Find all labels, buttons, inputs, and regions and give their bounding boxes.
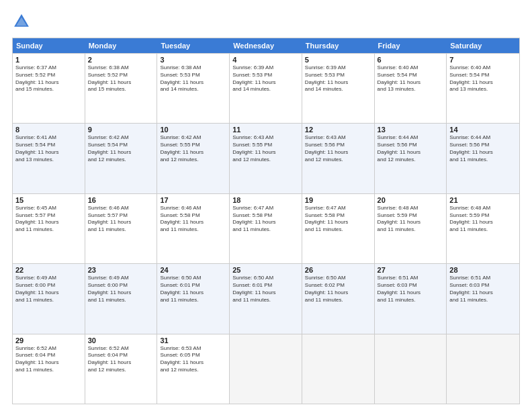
day-cell-26: 26Sunrise: 6:50 AM Sunset: 6:02 PM Dayli…	[302, 264, 375, 333]
day-info: Sunrise: 6:47 AM Sunset: 5:58 PM Dayligh…	[305, 205, 371, 234]
day-number: 18	[232, 196, 299, 204]
day-info: Sunrise: 6:44 AM Sunset: 5:56 PM Dayligh…	[378, 134, 444, 163]
day-info: Sunrise: 6:38 AM Sunset: 5:53 PM Dayligh…	[160, 64, 226, 93]
empty-cell	[302, 334, 375, 404]
day-number: 15	[15, 196, 82, 204]
day-cell-29: 29Sunrise: 6:52 AM Sunset: 6:04 PM Dayli…	[13, 334, 85, 404]
day-info: Sunrise: 6:39 AM Sunset: 5:53 PM Dayligh…	[232, 64, 299, 93]
day-cell-20: 20Sunrise: 6:48 AM Sunset: 5:59 PM Dayli…	[375, 194, 447, 263]
day-info: Sunrise: 6:39 AM Sunset: 5:53 PM Dayligh…	[305, 64, 371, 93]
day-cell-30: 30Sunrise: 6:52 AM Sunset: 6:04 PM Dayli…	[85, 334, 158, 404]
day-info: Sunrise: 6:45 AM Sunset: 5:57 PM Dayligh…	[15, 205, 82, 234]
day-cell-3: 3Sunrise: 6:38 AM Sunset: 5:53 PM Daylig…	[157, 54, 230, 123]
day-cell-22: 22Sunrise: 6:49 AM Sunset: 6:00 PM Dayli…	[13, 264, 85, 333]
day-cell-25: 25Sunrise: 6:50 AM Sunset: 6:01 PM Dayli…	[230, 264, 302, 333]
day-info: Sunrise: 6:46 AM Sunset: 5:58 PM Dayligh…	[160, 205, 226, 234]
day-cell-9: 9Sunrise: 6:42 AM Sunset: 5:54 PM Daylig…	[85, 124, 158, 193]
day-number: 26	[305, 266, 371, 274]
day-info: Sunrise: 6:38 AM Sunset: 5:52 PM Dayligh…	[88, 64, 154, 93]
day-info: Sunrise: 6:49 AM Sunset: 6:00 PM Dayligh…	[88, 275, 154, 304]
day-number: 12	[305, 126, 371, 134]
day-info: Sunrise: 6:44 AM Sunset: 5:56 PM Dayligh…	[449, 134, 517, 163]
empty-cell	[447, 334, 519, 404]
day-number: 8	[15, 126, 82, 134]
day-number: 14	[449, 126, 517, 134]
day-number: 10	[160, 126, 226, 134]
day-cell-11: 11Sunrise: 6:43 AM Sunset: 5:55 PM Dayli…	[230, 124, 302, 193]
day-cell-24: 24Sunrise: 6:50 AM Sunset: 6:01 PM Dayli…	[157, 264, 230, 333]
day-number: 31	[160, 336, 226, 345]
day-number: 22	[15, 266, 82, 274]
header-day-tuesday: Tuesday	[157, 38, 230, 53]
day-number: 7	[449, 56, 517, 64]
calendar-row-2: 8Sunrise: 6:41 AM Sunset: 5:54 PM Daylig…	[13, 123, 519, 193]
day-info: Sunrise: 6:52 AM Sunset: 6:04 PM Dayligh…	[15, 345, 82, 374]
day-info: Sunrise: 6:37 AM Sunset: 5:52 PM Dayligh…	[15, 64, 82, 93]
day-number: 19	[305, 196, 371, 204]
day-info: Sunrise: 6:52 AM Sunset: 6:04 PM Dayligh…	[88, 345, 154, 374]
day-cell-12: 12Sunrise: 6:43 AM Sunset: 5:56 PM Dayli…	[302, 124, 375, 193]
day-info: Sunrise: 6:50 AM Sunset: 6:01 PM Dayligh…	[232, 275, 299, 304]
header-day-friday: Friday	[375, 38, 447, 53]
day-cell-17: 17Sunrise: 6:46 AM Sunset: 5:58 PM Dayli…	[157, 194, 230, 263]
calendar-row-5: 29Sunrise: 6:52 AM Sunset: 6:04 PM Dayli…	[13, 334, 519, 404]
header-day-saturday: Saturday	[447, 38, 519, 53]
header-day-thursday: Thursday	[302, 38, 375, 53]
day-info: Sunrise: 6:40 AM Sunset: 5:54 PM Dayligh…	[378, 64, 444, 93]
day-number: 29	[15, 336, 82, 345]
day-info: Sunrise: 6:46 AM Sunset: 5:57 PM Dayligh…	[88, 205, 154, 234]
calendar-row-1: 1Sunrise: 6:37 AM Sunset: 5:52 PM Daylig…	[13, 53, 519, 123]
day-cell-1: 1Sunrise: 6:37 AM Sunset: 5:52 PM Daylig…	[13, 54, 85, 123]
calendar-row-3: 15Sunrise: 6:45 AM Sunset: 5:57 PM Dayli…	[13, 193, 519, 263]
empty-cell	[230, 334, 302, 404]
day-cell-23: 23Sunrise: 6:49 AM Sunset: 6:00 PM Dayli…	[85, 264, 158, 333]
day-info: Sunrise: 6:42 AM Sunset: 5:54 PM Dayligh…	[88, 134, 154, 163]
header-day-sunday: Sunday	[13, 38, 85, 53]
day-number: 2	[88, 56, 154, 64]
day-number: 21	[449, 196, 517, 204]
day-cell-31: 31Sunrise: 6:53 AM Sunset: 6:05 PM Dayli…	[157, 334, 230, 404]
day-info: Sunrise: 6:43 AM Sunset: 5:55 PM Dayligh…	[232, 134, 299, 163]
day-info: Sunrise: 6:49 AM Sunset: 6:00 PM Dayligh…	[15, 275, 82, 304]
day-number: 16	[88, 196, 154, 204]
day-info: Sunrise: 6:42 AM Sunset: 5:55 PM Dayligh…	[160, 134, 226, 163]
day-info: Sunrise: 6:50 AM Sunset: 6:01 PM Dayligh…	[160, 275, 226, 304]
day-info: Sunrise: 6:40 AM Sunset: 5:54 PM Dayligh…	[449, 64, 517, 93]
calendar: SundayMondayTuesdayWednesdayThursdayFrid…	[12, 38, 520, 404]
day-cell-4: 4Sunrise: 6:39 AM Sunset: 5:53 PM Daylig…	[230, 54, 302, 123]
day-number: 23	[88, 266, 154, 274]
page: SundayMondayTuesdayWednesdayThursdayFrid…	[0, 0, 532, 411]
day-info: Sunrise: 6:41 AM Sunset: 5:54 PM Dayligh…	[15, 134, 82, 163]
day-cell-6: 6Sunrise: 6:40 AM Sunset: 5:54 PM Daylig…	[375, 54, 447, 123]
day-cell-27: 27Sunrise: 6:51 AM Sunset: 6:03 PM Dayli…	[375, 264, 447, 333]
day-cell-13: 13Sunrise: 6:44 AM Sunset: 5:56 PM Dayli…	[375, 124, 447, 193]
day-number: 13	[378, 126, 444, 134]
day-cell-16: 16Sunrise: 6:46 AM Sunset: 5:57 PM Dayli…	[85, 194, 158, 263]
logo-icon	[12, 12, 31, 31]
header	[12, 12, 520, 31]
day-number: 25	[232, 266, 299, 274]
day-number: 6	[378, 56, 444, 64]
day-cell-15: 15Sunrise: 6:45 AM Sunset: 5:57 PM Dayli…	[13, 194, 85, 263]
day-cell-21: 21Sunrise: 6:48 AM Sunset: 5:59 PM Dayli…	[447, 194, 519, 263]
day-info: Sunrise: 6:53 AM Sunset: 6:05 PM Dayligh…	[160, 345, 226, 374]
header-day-monday: Monday	[85, 38, 158, 53]
day-cell-2: 2Sunrise: 6:38 AM Sunset: 5:52 PM Daylig…	[85, 54, 158, 123]
day-cell-19: 19Sunrise: 6:47 AM Sunset: 5:58 PM Dayli…	[302, 194, 375, 263]
day-info: Sunrise: 6:48 AM Sunset: 5:59 PM Dayligh…	[378, 205, 444, 234]
day-cell-28: 28Sunrise: 6:51 AM Sunset: 6:03 PM Dayli…	[447, 264, 519, 333]
day-number: 17	[160, 196, 226, 204]
day-info: Sunrise: 6:51 AM Sunset: 6:03 PM Dayligh…	[449, 275, 517, 304]
day-number: 3	[160, 56, 226, 64]
day-number: 11	[232, 126, 299, 134]
day-number: 30	[88, 336, 154, 345]
empty-cell	[375, 334, 447, 404]
day-info: Sunrise: 6:51 AM Sunset: 6:03 PM Dayligh…	[378, 275, 444, 304]
day-number: 5	[305, 56, 371, 64]
day-info: Sunrise: 6:43 AM Sunset: 5:56 PM Dayligh…	[305, 134, 371, 163]
calendar-row-4: 22Sunrise: 6:49 AM Sunset: 6:00 PM Dayli…	[13, 263, 519, 333]
calendar-header: SundayMondayTuesdayWednesdayThursdayFrid…	[13, 38, 519, 53]
day-cell-10: 10Sunrise: 6:42 AM Sunset: 5:55 PM Dayli…	[157, 124, 230, 193]
logo	[12, 12, 34, 31]
calendar-body: 1Sunrise: 6:37 AM Sunset: 5:52 PM Daylig…	[13, 53, 519, 404]
